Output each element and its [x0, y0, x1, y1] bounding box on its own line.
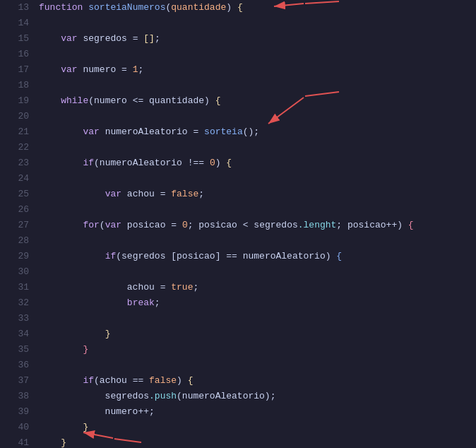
code-line-35: }	[39, 342, 476, 358]
code-editor: 13 14 15 16 17 18 19 20 21 22 23 24 25 2…	[0, 0, 476, 448]
code-line-15: var segredos = [];	[39, 31, 476, 47]
line-num-27: 27	[0, 218, 39, 233]
code-line-21: var numeroAleatorio = sorteia();	[39, 124, 476, 140]
code-line-19: while(numero <= quantidade) {	[39, 93, 476, 109]
code-line-30	[39, 264, 476, 280]
line-num-41: 41	[0, 435, 39, 448]
code-line-27: for(var posicao = 0; posicao < segredos.…	[39, 218, 476, 233]
line-num-36: 36	[0, 358, 39, 373]
line-num-40: 40	[0, 420, 39, 435]
line-num-30: 30	[0, 264, 39, 280]
line-num-38: 38	[0, 389, 39, 404]
code-line-41: }	[39, 435, 476, 448]
code-line-24	[39, 171, 476, 187]
line-numbers: 13 14 15 16 17 18 19 20 21 22 23 24 25 2…	[0, 0, 39, 448]
line-num-26: 26	[0, 202, 39, 218]
code-line-39: numero++;	[39, 404, 476, 420]
line-num-25: 25	[0, 187, 39, 202]
line-num-39: 39	[0, 404, 39, 420]
line-num-16: 16	[0, 47, 39, 62]
code-line-37: if(achou == false) {	[39, 373, 476, 389]
line-num-28: 28	[0, 233, 39, 249]
code-line-16	[39, 47, 476, 62]
code-area: function sorteiaNumeros(quantidade) { va…	[39, 0, 476, 448]
line-num-34: 34	[0, 326, 39, 342]
code-line-13: function sorteiaNumeros(quantidade) {	[39, 0, 476, 16]
line-num-33: 33	[0, 311, 39, 326]
line-num-21: 21	[0, 124, 39, 140]
code-line-25: var achou = false;	[39, 187, 476, 202]
code-line-38: segredos.push(numeroAleatorio);	[39, 389, 476, 404]
line-num-24: 24	[0, 171, 39, 187]
code-line-29: if(segredos [posicao] == numeroAleatorio…	[39, 249, 476, 264]
code-line-26	[39, 202, 476, 218]
code-line-36	[39, 358, 476, 373]
code-line-18	[39, 78, 476, 93]
code-line-34: }	[39, 326, 476, 342]
line-num-15: 15	[0, 31, 39, 47]
line-num-37: 37	[0, 373, 39, 389]
code-line-32: break;	[39, 295, 476, 311]
code-line-40: }	[39, 420, 476, 435]
line-num-14: 14	[0, 16, 39, 31]
line-num-29: 29	[0, 249, 39, 264]
code-line-22	[39, 140, 476, 155]
line-num-22: 22	[0, 140, 39, 155]
code-line-28	[39, 233, 476, 249]
line-num-20: 20	[0, 109, 39, 124]
line-num-35: 35	[0, 342, 39, 358]
line-num-13: 13	[0, 0, 39, 16]
line-num-17: 17	[0, 62, 39, 78]
code-line-20	[39, 109, 476, 124]
code-line-31: achou = true;	[39, 280, 476, 295]
line-num-19: 19	[0, 93, 39, 109]
code-line-14	[39, 16, 476, 31]
line-num-31: 31	[0, 280, 39, 295]
code-line-17: var numero = 1;	[39, 62, 476, 78]
code-line-23: if(numeroAleatorio !== 0) {	[39, 155, 476, 171]
code-line-33	[39, 311, 476, 326]
line-num-18: 18	[0, 78, 39, 93]
line-num-32: 32	[0, 295, 39, 311]
line-num-23: 23	[0, 155, 39, 171]
